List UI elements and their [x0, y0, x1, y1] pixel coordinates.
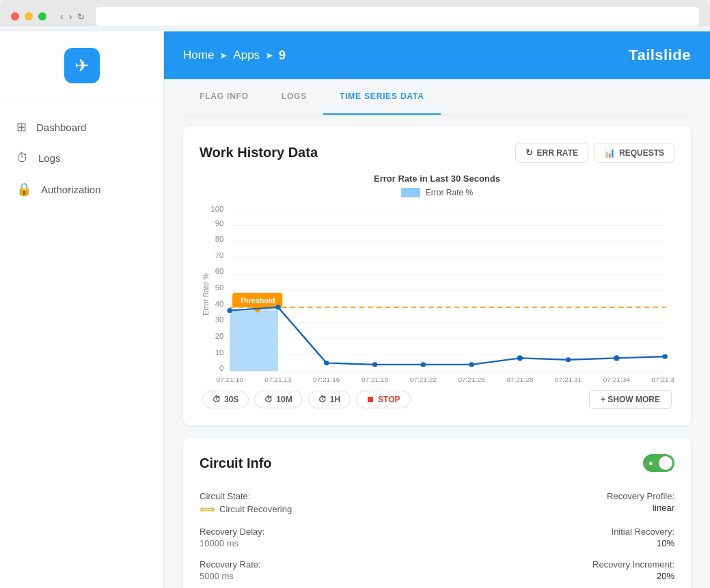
svg-point-38: [662, 354, 668, 359]
breadcrumb-home[interactable]: Home: [183, 48, 214, 62]
browser-chrome: ‹ › ↻: [0, 0, 710, 26]
dashboard-icon: ⊞: [16, 120, 27, 135]
svg-point-32: [372, 362, 378, 367]
svg-text:80: 80: [215, 236, 224, 244]
time-10m-icon: ⏱: [264, 395, 273, 404]
tab-time-series-data[interactable]: TIME SERIES DATA: [323, 79, 441, 115]
recovery-delay-label: Recovery Delay:: [200, 527, 437, 537]
authorization-icon: 🔒: [16, 182, 31, 197]
sidebar-item-authorization[interactable]: 🔒 Authorization: [0, 173, 163, 205]
forward-button[interactable]: ›: [69, 11, 72, 22]
breadcrumb-number: 9: [279, 48, 286, 63]
svg-text:90: 90: [215, 219, 224, 227]
circuit-state-value: Circuit Recovering: [219, 504, 292, 514]
svg-text:10: 10: [215, 348, 224, 356]
back-button[interactable]: ‹: [60, 11, 64, 22]
shield-icon: ✈: [74, 55, 90, 76]
logs-icon: ⏱: [16, 151, 29, 165]
svg-point-29: [227, 308, 232, 313]
initial-recovery-field: Initial Recovery: 10%: [437, 521, 675, 554]
svg-point-37: [614, 355, 620, 361]
svg-text:0: 0: [219, 365, 223, 373]
traffic-light-maximize[interactable]: [38, 12, 46, 20]
svg-text:07:21:19: 07:21:19: [361, 376, 388, 383]
circuit-info-card: Circuit Info ● Circuit State: ⟺ Circuit …: [183, 438, 691, 588]
svg-text:07:21:34: 07:21:34: [603, 376, 631, 383]
sidebar-logo: ✈: [0, 31, 163, 100]
svg-text:07:21:13: 07:21:13: [264, 376, 291, 383]
show-more-button[interactable]: + SHOW MORE: [589, 390, 672, 409]
svg-point-33: [420, 362, 426, 367]
err-rate-icon: ↻: [525, 148, 533, 158]
svg-text:07:21:31: 07:21:31: [555, 376, 582, 383]
breadcrumb-apps[interactable]: Apps: [233, 48, 260, 62]
chart-container: 0 10 20 30 40 50 60 70 80 90 100 Error R…: [200, 206, 674, 383]
header-buttons: ↻ ERR RATE 📊 REQUESTS: [515, 143, 674, 163]
initial-recovery-label: Initial Recovery:: [437, 527, 675, 537]
address-bar[interactable]: [96, 7, 699, 26]
time-30s-icon: ⏱: [213, 395, 221, 404]
svg-text:07:21:16: 07:21:16: [313, 376, 340, 383]
svg-text:Error Rate %: Error Rate %: [201, 273, 209, 316]
svg-point-34: [469, 362, 474, 367]
tabs-bar: FLAG INFO LOGS TIME SERIES DATA: [183, 79, 691, 115]
legend-label: Error Rate %: [426, 188, 473, 197]
tab-logs[interactable]: LOGS: [265, 79, 323, 115]
traffic-light-close[interactable]: [11, 12, 19, 20]
tab-flag-info[interactable]: FLAG INFO: [183, 79, 265, 115]
svg-text:100: 100: [210, 206, 223, 213]
app-wrapper: ✈ ⊞ Dashboard ⏱ Logs 🔒 Authorization Hom…: [0, 31, 710, 588]
stop-icon: ⏹: [366, 395, 374, 404]
svg-text:20: 20: [215, 332, 224, 340]
time-30s-button[interactable]: ⏱ 30S: [202, 391, 249, 408]
recovery-profile-field: Recovery Profile: linear: [437, 486, 675, 521]
recovery-increment-field: Recovery Increment: 20%: [437, 554, 675, 587]
time-1h-button[interactable]: ⏱ 1H: [308, 391, 351, 408]
circuit-state-field: Circuit State: ⟺ Circuit Recovering: [200, 486, 437, 521]
svg-text:50: 50: [215, 283, 224, 292]
recovery-rate-label: Recovery Rate:: [200, 559, 437, 570]
logo-icon: ✈: [64, 48, 100, 83]
sidebar-item-logs-label: Logs: [38, 152, 61, 164]
svg-point-30: [275, 305, 281, 309]
stop-button[interactable]: ⏹ STOP: [356, 391, 410, 408]
chart-bottom: ⏱ 30S ⏱ 10M ⏱ 1H ⏹ STOP: [200, 390, 674, 409]
traffic-light-minimize[interactable]: [25, 12, 33, 20]
chart-title: Error Rate in Last 30 Seconds: [200, 173, 674, 184]
svg-point-36: [566, 357, 571, 362]
show-more-label: + SHOW MORE: [601, 395, 660, 404]
card-header: Work History Data ↻ ERR RATE 📊 REQUESTS: [200, 143, 674, 163]
sidebar-item-logs[interactable]: ⏱ Logs: [0, 143, 163, 173]
work-history-card: Work History Data ↻ ERR RATE 📊 REQUESTS …: [183, 126, 691, 425]
requests-button[interactable]: 📊 REQUESTS: [594, 143, 674, 163]
circuit-header: Circuit Info ●: [200, 454, 674, 472]
recovery-increment-value: 20%: [437, 571, 675, 581]
reload-button[interactable]: ↻: [77, 11, 85, 22]
svg-text:30: 30: [215, 316, 224, 324]
recovery-increment-label: Recovery Increment:: [437, 559, 675, 570]
work-history-title: Work History Data: [200, 145, 318, 160]
topbar: Home ➤ Apps ➤ 9 Tailslide: [164, 31, 710, 79]
sidebar-nav: ⊞ Dashboard ⏱ Logs 🔒 Authorization: [0, 100, 163, 216]
svg-text:60: 60: [215, 268, 224, 276]
circuit-state-label: Circuit State:: [200, 491, 437, 501]
svg-rect-24: [230, 311, 278, 372]
initial-recovery-value: 10%: [437, 538, 675, 548]
recovery-profile-label: Recovery Profile:: [437, 491, 675, 501]
legend-box: [401, 188, 420, 197]
brand-name: Tailslide: [629, 46, 691, 64]
svg-text:07:21:37: 07:21:37: [651, 376, 674, 383]
time-10m-button[interactable]: ⏱ 10M: [254, 391, 302, 408]
recovery-delay-field: Recovery Delay: 10000 ms: [200, 521, 437, 554]
svg-text:07:21:22: 07:21:22: [410, 376, 437, 383]
sidebar-item-dashboard[interactable]: ⊞ Dashboard: [0, 111, 163, 143]
requests-icon: 📊: [604, 148, 615, 158]
svg-text:70: 70: [215, 251, 224, 260]
nav-buttons: ‹ › ↻: [60, 11, 85, 22]
recovery-rate-value: 5000 ms: [200, 571, 437, 581]
err-rate-button[interactable]: ↻ ERR RATE: [515, 143, 588, 163]
toggle-switch[interactable]: ●: [643, 454, 674, 472]
content-area: FLAG INFO LOGS TIME SERIES DATA Work His…: [164, 79, 710, 588]
circuit-state-row: ⟺ Circuit Recovering: [200, 503, 437, 516]
breadcrumb-sep-1: ➤: [219, 50, 228, 61]
